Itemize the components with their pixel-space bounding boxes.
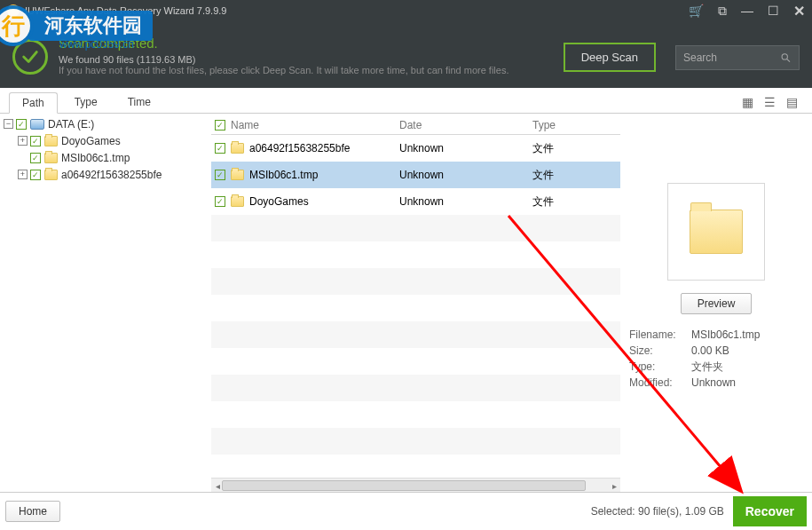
view-list-icon[interactable]: ☰ bbox=[764, 95, 776, 109]
tree-item[interactable]: +a06492f15638255bfe bbox=[0, 166, 211, 183]
value-type: 文件夹 bbox=[691, 359, 723, 375]
home-button[interactable]: Home bbox=[5, 501, 60, 522]
close-icon[interactable]: ✕ bbox=[793, 3, 805, 20]
tree-item[interactable]: +DoyoGames bbox=[0, 132, 211, 149]
file-row[interactable] bbox=[211, 215, 620, 241]
folder-tree[interactable]: −DATA (E:)+DoyoGames+MSIb06c1.tmp+a06492… bbox=[0, 114, 211, 492]
file-row[interactable]: MSIb06c1.tmpUnknown文件 bbox=[211, 162, 620, 188]
window-title: IUWEshare Any Data Recovery Wizard 7.9.9… bbox=[25, 5, 689, 16]
file-name: a06492f15638255bfe bbox=[249, 142, 350, 154]
maximize-icon[interactable]: ☐ bbox=[768, 4, 779, 18]
file-date: Unknown bbox=[399, 142, 532, 154]
column-type[interactable]: Type bbox=[532, 119, 603, 131]
value-modified: Unknown bbox=[691, 375, 736, 391]
search-input[interactable] bbox=[683, 51, 780, 64]
scan-complete-icon bbox=[12, 39, 48, 75]
file-row[interactable]: a06492f15638255bfeUnknown文件 bbox=[211, 135, 620, 162]
file-row[interactable] bbox=[211, 321, 620, 348]
column-date[interactable]: Date bbox=[399, 119, 532, 131]
file-row[interactable] bbox=[211, 241, 620, 268]
folder-icon bbox=[44, 153, 58, 163]
horizontal-scrollbar[interactable]: ◂ ▸ bbox=[211, 478, 620, 492]
folder-icon bbox=[231, 170, 244, 180]
file-list-header: Name Date Type bbox=[211, 114, 620, 135]
tree-checkbox[interactable] bbox=[30, 170, 41, 180]
file-name-cell: MSIb06c1.tmp bbox=[231, 169, 399, 181]
file-row[interactable] bbox=[211, 348, 620, 375]
tree-checkbox[interactable] bbox=[30, 153, 41, 163]
tab-path[interactable]: Path bbox=[9, 92, 58, 114]
file-name-cell: a06492f15638255bfe bbox=[231, 142, 399, 154]
file-list-panel: Name Date Type a06492f15638255bfeUnknown… bbox=[211, 114, 620, 492]
file-list-body[interactable]: a06492f15638255bfeUnknown文件MSIb06c1.tmpU… bbox=[211, 135, 620, 478]
minimize-icon[interactable]: — bbox=[741, 4, 753, 18]
scan-hint-text: If you have not found the lost files, pl… bbox=[59, 65, 508, 75]
scan-header: Scan completed. We found 90 files (1119.… bbox=[0, 21, 812, 88]
tree-toggle-icon[interactable]: + bbox=[18, 136, 28, 146]
svg-point-0 bbox=[783, 53, 788, 59]
label-size: Size: bbox=[629, 343, 691, 359]
file-checkbox[interactable] bbox=[215, 143, 225, 154]
preview-info: Filename:MSIb06c1.tmp Size:0.00 KB Type:… bbox=[629, 327, 803, 391]
file-type: 文件 bbox=[532, 141, 603, 156]
preview-button[interactable]: Preview bbox=[681, 293, 753, 314]
tab-time[interactable]: Time bbox=[114, 91, 164, 113]
tree-checkbox[interactable] bbox=[16, 119, 27, 130]
folder-icon bbox=[231, 143, 244, 154]
label-modified: Modified: bbox=[629, 375, 691, 391]
preview-thumbnail bbox=[667, 183, 765, 281]
scan-found-text: We found 90 files (1119.63 MB) bbox=[59, 54, 508, 65]
app-icon bbox=[7, 4, 20, 17]
file-checkbox[interactable] bbox=[215, 170, 225, 180]
tree-item-label: MSIb06c1.tmp bbox=[61, 152, 130, 164]
folder-icon bbox=[44, 136, 58, 146]
file-date: Unknown bbox=[399, 169, 532, 181]
tree-item[interactable]: −DATA (E:) bbox=[0, 115, 211, 132]
file-name: MSIb06c1.tmp bbox=[249, 169, 318, 181]
folder-icon bbox=[44, 170, 58, 180]
drive-icon bbox=[30, 119, 44, 130]
tree-toggle-icon[interactable]: + bbox=[18, 170, 28, 179]
file-row[interactable] bbox=[211, 401, 620, 428]
tree-item-label: DoyoGames bbox=[61, 135, 121, 147]
file-type: 文件 bbox=[532, 168, 603, 183]
tab-row: Path Type Time ▦ ☰ ▤ bbox=[0, 88, 812, 114]
tab-type[interactable]: Type bbox=[61, 91, 111, 113]
file-row[interactable]: DoyoGamesUnknown文件 bbox=[211, 188, 620, 215]
column-name[interactable]: Name bbox=[231, 119, 399, 131]
file-row[interactable] bbox=[211, 295, 620, 321]
file-row[interactable] bbox=[211, 375, 620, 401]
value-filename: MSIb06c1.tmp bbox=[691, 327, 760, 343]
file-checkbox[interactable] bbox=[215, 196, 225, 207]
main-area: −DATA (E:)+DoyoGames+MSIb06c1.tmp+a06492… bbox=[0, 114, 812, 492]
file-row[interactable] bbox=[211, 268, 620, 295]
preview-panel: Preview Filename:MSIb06c1.tmp Size:0.00 … bbox=[620, 114, 812, 492]
label-filename: Filename: bbox=[629, 327, 691, 343]
tree-item-label: a06492f15638255bfe bbox=[61, 169, 162, 181]
cart-icon[interactable]: 🛒 bbox=[689, 4, 704, 18]
label-type: Type: bbox=[629, 359, 691, 375]
recover-button[interactable]: Recover bbox=[733, 496, 807, 526]
tree-toggle-icon[interactable]: − bbox=[4, 119, 13, 129]
svg-line-1 bbox=[787, 59, 790, 61]
titlebar: IUWEshare Any Data Recovery Wizard 7.9.9… bbox=[0, 0, 812, 21]
file-name-cell: DoyoGames bbox=[231, 195, 399, 208]
file-date: Unknown bbox=[399, 195, 532, 208]
view-detail-icon[interactable]: ▤ bbox=[786, 95, 798, 109]
footer: Home Selected: 90 file(s), 1.09 GB Recov… bbox=[0, 492, 812, 529]
view-large-icon[interactable]: ▦ bbox=[742, 95, 753, 109]
tree-item-label: DATA (E:) bbox=[48, 118, 94, 131]
scroll-right-icon[interactable]: ▸ bbox=[608, 479, 620, 493]
folder-icon bbox=[231, 196, 244, 207]
search-icon bbox=[780, 51, 792, 64]
search-box[interactable] bbox=[675, 45, 800, 70]
file-row[interactable] bbox=[211, 428, 620, 455]
selected-status: Selected: 90 file(s), 1.09 GB bbox=[591, 505, 724, 518]
value-size: 0.00 KB bbox=[691, 343, 729, 359]
scrollbar-thumb[interactable] bbox=[222, 480, 586, 491]
window-square-icon[interactable]: ⧉ bbox=[718, 4, 727, 19]
tree-item[interactable]: +MSIb06c1.tmp bbox=[0, 149, 211, 166]
tree-checkbox[interactable] bbox=[30, 136, 41, 146]
select-all-checkbox[interactable] bbox=[215, 120, 225, 131]
deep-scan-button[interactable]: Deep Scan bbox=[564, 43, 656, 72]
